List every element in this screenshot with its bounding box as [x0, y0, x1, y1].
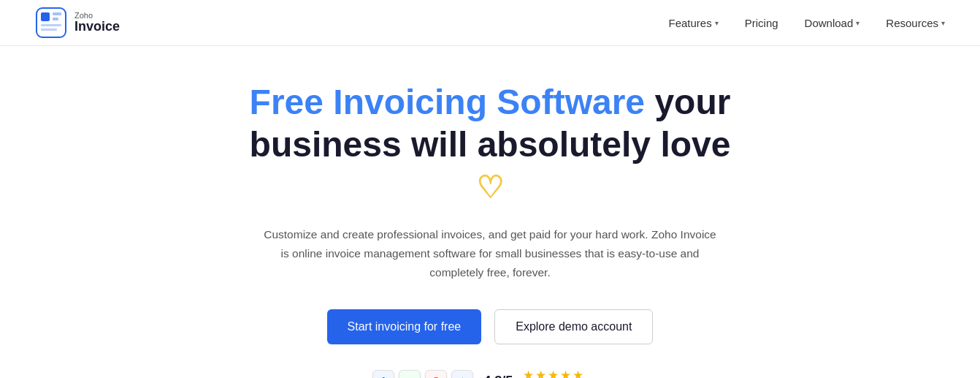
- hero-title-rest: your: [645, 83, 730, 121]
- stars-display: ★ ★ ★ ★ ★: [523, 368, 583, 378]
- star-3: ★: [548, 368, 559, 378]
- capterra-badge[interactable]: ✦: [451, 370, 473, 378]
- svg-rect-1: [41, 12, 50, 21]
- cta-buttons: Start invoicing for free Explore demo ac…: [327, 309, 654, 344]
- star-2: ★: [535, 368, 546, 378]
- resources-chevron-icon: ▾: [941, 19, 945, 27]
- google-badge[interactable]: G: [425, 370, 447, 378]
- hero-section: Free Invoicing Software your business wi…: [0, 46, 980, 378]
- star-1: ★: [523, 368, 534, 378]
- rating-score: 4.8/5: [483, 374, 513, 378]
- appstore-badge[interactable]: A: [372, 370, 394, 378]
- logo[interactable]: Zoho Invoice: [35, 7, 120, 39]
- start-invoicing-button[interactable]: Start invoicing for free: [327, 309, 482, 344]
- hero-title-line2: business will absolutely love: [250, 125, 731, 164]
- googleplay-badge[interactable]: ▶: [399, 370, 421, 378]
- main-nav: Features ▾ Pricing Download ▾ Resources …: [669, 17, 945, 29]
- star-4: ★: [560, 368, 571, 378]
- ratings-row: A ▶ G ✦ 4.8/5 ★ ★ ★ ★ ★ Customer satisfa…: [372, 368, 607, 378]
- explore-demo-button[interactable]: Explore demo account: [494, 309, 653, 344]
- rating-info: ★ ★ ★ ★ ★ Customer satisfaction: [523, 368, 607, 378]
- features-chevron-icon: ▾: [715, 19, 719, 27]
- hero-title: Free Invoicing Software your business wi…: [234, 81, 746, 208]
- hero-heart-icon: ♡: [476, 170, 504, 206]
- hero-subtitle: Customize and create professional invoic…: [264, 225, 716, 283]
- svg-rect-3: [53, 18, 58, 20]
- nav-download[interactable]: Download ▾: [805, 17, 860, 29]
- svg-rect-2: [53, 12, 61, 15]
- logo-icon: [35, 7, 67, 39]
- star-half: ★: [573, 368, 583, 378]
- logo-invoice-text: Invoice: [74, 20, 120, 34]
- svg-rect-5: [41, 29, 57, 31]
- svg-rect-0: [37, 8, 66, 37]
- nav-features[interactable]: Features ▾: [669, 17, 719, 29]
- store-icons: A ▶ G ✦: [372, 370, 473, 378]
- nav-resources[interactable]: Resources ▾: [886, 17, 945, 29]
- hero-title-blue: Free Invoicing Software: [250, 83, 645, 121]
- download-chevron-icon: ▾: [856, 19, 860, 27]
- svg-rect-4: [41, 24, 61, 26]
- nav-pricing[interactable]: Pricing: [745, 17, 778, 29]
